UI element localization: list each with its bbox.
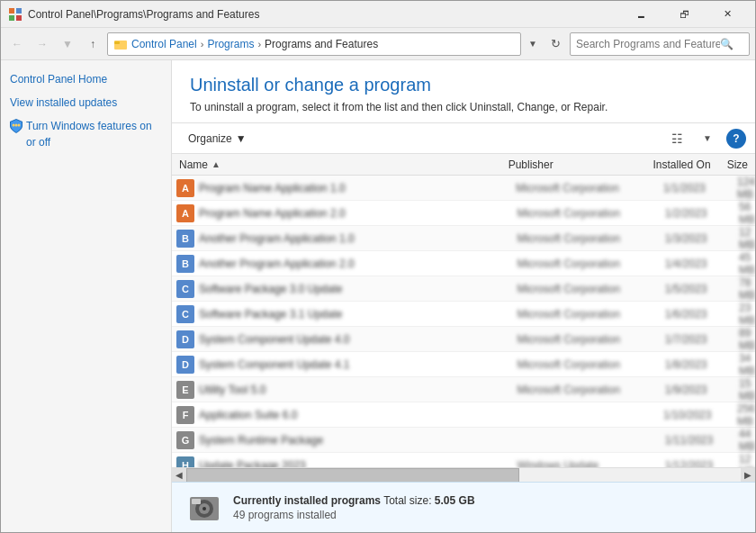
breadcrumb: Control Panel › Programs › Programs and …	[107, 32, 521, 56]
search-box[interactable]: 🔍	[570, 32, 750, 56]
program-publisher: Microsoft Corporation	[517, 257, 664, 270]
sidebar-item-updates[interactable]: View installed updates	[10, 95, 162, 111]
window: Control Panel\Programs\Programs and Feat…	[0, 0, 756, 533]
program-name: Another Program Application 2.0	[199, 257, 517, 270]
address-bar: ← → ▼ ↑ Control Panel › Programs › Progr…	[1, 28, 755, 60]
sidebar: Control Panel Home View installed update…	[1, 60, 172, 532]
program-installed-date: 1/1/2023	[663, 182, 737, 194]
program-size: 23 MB	[739, 302, 755, 327]
header-publisher[interactable]: Publisher	[501, 154, 646, 175]
table-row[interactable]: A Program Name Application 2.0 Microsoft…	[172, 201, 755, 226]
sidebar-item-features[interactable]: Turn Windows features on or off	[10, 118, 162, 150]
page-title: Uninstall or change a program	[190, 75, 737, 95]
program-icon: B	[172, 230, 199, 248]
table-row[interactable]: D System Component Update 4.0 Microsoft …	[172, 327, 755, 352]
organize-button[interactable]: Organize ▼	[181, 130, 254, 148]
header-installed-on[interactable]: Installed On	[646, 154, 720, 175]
refresh-button[interactable]: ↻	[544, 33, 566, 55]
page-description: To uninstall a program, select it from t…	[190, 101, 737, 113]
program-icon: D	[172, 356, 199, 374]
program-publisher: Microsoft Corporation	[517, 308, 664, 321]
program-size: 56 MB	[739, 201, 755, 226]
svg-text:A: A	[182, 208, 189, 219]
scroll-right-button[interactable]: ▶	[741, 468, 755, 483]
address-dropdown[interactable]: ▼	[525, 32, 541, 56]
program-installed-date: 1/5/2023	[665, 283, 739, 295]
search-input[interactable]	[576, 38, 720, 50]
svg-text:D: D	[182, 334, 189, 345]
organize-chevron-icon: ▼	[236, 132, 247, 145]
minimize-button[interactable]: 🗕	[620, 1, 662, 28]
header-size[interactable]: Size	[720, 154, 755, 175]
svg-point-36	[202, 507, 206, 510]
program-name: Program Name Application 1.0	[199, 182, 516, 194]
program-icon: C	[172, 305, 199, 323]
program-installed-date: 1/9/2023	[665, 384, 739, 396]
program-name: Another Program Application 1.0	[199, 232, 517, 245]
sidebar-item-home[interactable]: Control Panel Home	[10, 71, 162, 87]
program-size: 256 MB	[737, 402, 755, 428]
svg-text:C: C	[182, 284, 189, 294]
svg-text:B: B	[182, 233, 189, 244]
horizontal-scrollbar[interactable]: ◀ ▶	[172, 467, 755, 482]
title-bar: Control Panel\Programs\Programs and Feat…	[1, 1, 755, 28]
program-installed-date: 1/7/2023	[665, 333, 739, 346]
svg-point-8	[18, 124, 21, 127]
program-size: 89 MB	[739, 327, 755, 352]
program-list-body[interactable]: A Program Name Application 1.0 Microsoft…	[172, 176, 755, 467]
search-icon: 🔍	[720, 38, 734, 50]
program-name: Update Package 2023	[199, 459, 517, 468]
table-row[interactable]: B Another Program Application 1.0 Micros…	[172, 226, 755, 251]
up-button[interactable]: ↑	[82, 33, 104, 55]
table-row[interactable]: F Application Suite 6.0 1/10/2023 256 MB	[172, 402, 755, 428]
sidebar-item-features-label[interactable]: Turn Windows features on or off	[26, 118, 162, 150]
program-icon: G	[172, 431, 199, 449]
program-size: 45 MB	[739, 251, 755, 276]
breadcrumb-item-programs[interactable]: Programs	[207, 38, 254, 50]
program-installed-date: 1/10/2023	[663, 409, 737, 421]
program-name: Application Suite 6.0	[199, 409, 516, 421]
back-button[interactable]: ←	[6, 33, 28, 55]
view-button[interactable]: ☷	[665, 128, 688, 149]
svg-rect-37	[192, 499, 201, 504]
svg-text:B: B	[182, 258, 189, 269]
program-size: 15 MB	[739, 377, 755, 402]
table-row[interactable]: C Software Package 3.1 Update Microsoft …	[172, 302, 755, 327]
window-controls: 🗕 🗗 ✕	[620, 1, 748, 28]
breadcrumb-item-control-panel[interactable]: Control Panel	[131, 38, 197, 50]
program-publisher: Microsoft Corporation	[517, 333, 664, 346]
program-icon: D	[172, 330, 199, 348]
svg-point-7	[15, 124, 18, 127]
table-row[interactable]: C Software Package 3.0 Update Microsoft …	[172, 276, 755, 302]
forward-button[interactable]: →	[32, 33, 53, 55]
program-size: 12 MB	[739, 226, 755, 251]
table-row[interactable]: A Program Name Application 1.0 Microsoft…	[172, 176, 755, 201]
svg-text:F: F	[183, 410, 189, 420]
table-row[interactable]: H Update Package 2023 Windows Update 1/1…	[172, 453, 755, 467]
program-publisher: Microsoft Corporation	[517, 358, 664, 371]
table-row[interactable]: E Utility Tool 5.0 Microsoft Corporation…	[172, 377, 755, 402]
program-name: Software Package 3.0 Update	[199, 283, 517, 295]
svg-rect-1	[16, 8, 22, 14]
table-row[interactable]: G System Runtime Package 1/11/2023 44 MB	[172, 428, 755, 453]
status-text: Currently installed programs Total size:…	[233, 494, 475, 521]
svg-text:E: E	[182, 384, 188, 395]
shield-icon	[10, 119, 22, 133]
maximize-button[interactable]: 🗗	[663, 1, 705, 28]
svg-point-6	[13, 124, 15, 127]
program-size: 12 MB	[739, 453, 755, 468]
program-name: System Runtime Package	[199, 434, 517, 447]
table-row[interactable]: D System Component Update 4.1 Microsoft …	[172, 352, 755, 377]
program-icon: F	[172, 406, 199, 424]
scroll-left-button[interactable]: ◀	[172, 468, 186, 483]
header-name[interactable]: Name ▲	[172, 154, 501, 175]
scroll-track[interactable]	[186, 468, 741, 483]
close-button[interactable]: ✕	[706, 1, 748, 28]
table-row[interactable]: B Another Program Application 2.0 Micros…	[172, 251, 755, 276]
program-size: 78 MB	[739, 276, 755, 302]
help-button[interactable]: ?	[726, 129, 746, 149]
view-dropdown-button[interactable]: ▼	[696, 128, 719, 149]
program-name: Utility Tool 5.0	[199, 384, 517, 396]
recent-button[interactable]: ▼	[57, 33, 78, 55]
svg-text:C: C	[182, 309, 189, 320]
